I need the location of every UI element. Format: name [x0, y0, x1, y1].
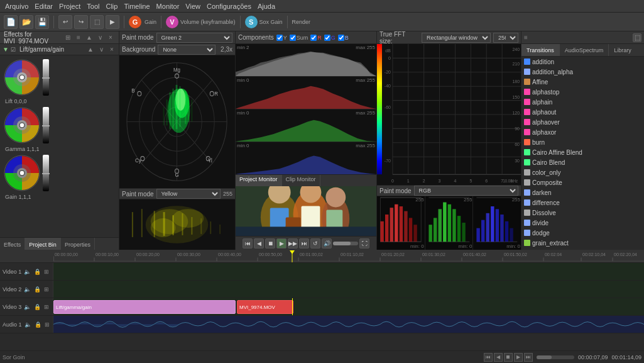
tab-project-monitor[interactable]: Project Monitor [236, 175, 282, 186]
menu-configuracoes[interactable]: Configurações [204, 1, 254, 11]
zoom-slider[interactable] [537, 355, 574, 359]
loop-btn[interactable]: ↺ [310, 238, 320, 249]
layer-icon3[interactable]: × [107, 45, 116, 54]
fullscreen-btn[interactable]: ⛶ [359, 238, 369, 249]
effect-burn[interactable]: burn [521, 137, 644, 147]
comp-b[interactable]: B [338, 35, 349, 41]
menu-arquivo[interactable]: Arquivo [3, 1, 31, 11]
new-button[interactable]: 📄 [4, 15, 18, 29]
status-stop-btn[interactable]: ⏹ [504, 353, 513, 362]
track-v2-content[interactable] [53, 281, 644, 298]
track-a1-mute[interactable]: 🔈 [24, 321, 32, 328]
clip-mvi[interactable]: MVI_9974.MOV [237, 300, 293, 314]
status-next-btn[interactable]: ⏭ [524, 353, 533, 362]
effect-addition[interactable]: addition [521, 57, 644, 67]
gamma-wheel[interactable] [4, 107, 40, 143]
menu-view[interactable]: View [183, 1, 203, 11]
fft-size-select[interactable]: 256 512 1024 [493, 33, 518, 43]
track-v1-lock[interactable]: 🔒 [33, 269, 41, 275]
effect-darken[interactable]: darken [521, 187, 644, 198]
effect-addition-alpha[interactable]: addition_alpha [521, 67, 644, 77]
status-play-btn[interactable]: ▶ [514, 353, 523, 362]
layer-expand[interactable]: ▼ [3, 46, 9, 53]
volume-btn[interactable]: 🔊 [322, 238, 332, 249]
tab-library[interactable]: Library [609, 44, 636, 56]
comp-r[interactable]: R [310, 35, 322, 41]
track-a1-content[interactable] [53, 316, 644, 333]
gain-wheel[interactable] [4, 155, 40, 191]
track-v2-mute[interactable]: 🔈 [23, 286, 31, 293]
track-a1-snap[interactable]: ⊞ [44, 321, 50, 328]
effect-divide[interactable]: divide [521, 218, 644, 228]
track-v1-content[interactable] [53, 263, 644, 280]
track-v1-mute[interactable]: 🔈 [23, 269, 31, 275]
gamma-slider[interactable] [43, 107, 49, 143]
effects-icon5[interactable]: × [106, 33, 115, 42]
status-prev-btn[interactable]: ⏮ [484, 353, 493, 362]
clip-lift-gamma-gain[interactable]: Lift/gamma/gain [53, 300, 236, 314]
background-select[interactable]: None [158, 45, 216, 55]
effect-dodge[interactable]: dodge [521, 228, 644, 238]
effect-alphain[interactable]: alphain [521, 97, 644, 107]
redo-button[interactable]: ↪ [74, 15, 88, 29]
effect-difference[interactable]: difference [521, 198, 644, 208]
menu-editar[interactable]: Editar [32, 1, 55, 11]
tab-clip-monitor[interactable]: Clip Monitor [282, 175, 320, 186]
stop-btn[interactable]: ⏹ [265, 238, 275, 249]
effects-icon4[interactable]: ∨ [96, 33, 104, 42]
paint-mode-select[interactable]: Green 2 Yellow RGB [156, 33, 232, 43]
track-a1-lock[interactable]: 🔒 [34, 321, 42, 328]
track-v3-lock[interactable]: 🔒 [33, 304, 41, 310]
effect-cairo-blend[interactable]: Cairo Blend [521, 157, 644, 167]
rgb-paint-mode-select[interactable]: RGB Green 2 Yellow [414, 186, 518, 196]
effect-composite[interactable]: Composite [521, 177, 644, 187]
menu-timeline[interactable]: Timeline [121, 1, 152, 11]
layer-icon2[interactable]: ∨ [97, 45, 106, 54]
track-v3-content[interactable]: Lift/gamma/gain MVI_9974.MOV [53, 298, 644, 315]
play-btn[interactable]: ▶ [276, 238, 287, 249]
effect-dissolve[interactable]: Dissolve [521, 208, 644, 218]
menu-ajuda[interactable]: Ajuda [255, 1, 278, 11]
effect-grain-extract[interactable]: grain_extract [521, 238, 644, 248]
menu-tool[interactable]: Tool [84, 1, 102, 11]
effect-affine[interactable]: Affine [521, 77, 644, 87]
tab-project-bin[interactable]: Project Bin [25, 238, 61, 250]
something-button[interactable]: ⬚ [90, 15, 104, 29]
effects-icon3[interactable]: ▲ [85, 33, 94, 42]
effect-alphaout[interactable]: alphaout [521, 107, 644, 117]
comp-g[interactable]: G [324, 35, 336, 41]
prev-frame-btn[interactable]: ⏮ [243, 238, 253, 249]
track-v2-lock[interactable]: 🔒 [33, 286, 41, 293]
track-v1-snap[interactable]: ⊞ [43, 269, 50, 275]
undo-button[interactable]: ↩ [58, 15, 72, 29]
gain-slider[interactable] [43, 155, 49, 191]
menu-project[interactable]: Project [57, 1, 83, 11]
effect-alphaxor[interactable]: alphaxor [521, 127, 644, 137]
sox-tool[interactable]: S Sox Gain [245, 16, 283, 28]
paint-mode-yellow-select[interactable]: Yellow Green 2 RGB [156, 189, 221, 199]
next-frame-btn[interactable]: ⏭ [299, 238, 309, 249]
transitions-expand-btn[interactable]: ⬚ [633, 33, 641, 42]
layer-icon1[interactable]: ▲ [86, 45, 95, 54]
track-v2-snap[interactable]: ⊞ [43, 286, 50, 293]
menu-monitor[interactable]: Monitor [154, 1, 182, 11]
play-back-btn[interactable]: ◀ [254, 238, 264, 249]
tab-properties[interactable]: Properties [61, 238, 95, 250]
status-back-btn[interactable]: ◀ [494, 353, 503, 362]
menu-clip[interactable]: Clip [103, 1, 120, 11]
effects-icon1[interactable]: ⊞ [63, 33, 72, 42]
tab-effects[interactable]: Effects [0, 238, 25, 250]
render-small-button[interactable]: ▶ [106, 15, 119, 29]
render-tool[interactable]: Render [292, 19, 311, 25]
volume-slider[interactable] [333, 242, 358, 245]
gain-tool[interactable]: G [129, 16, 141, 28]
track-v3-mute[interactable]: 🔈 [23, 304, 31, 310]
time-ruler[interactable]: 00:00:00,00 00:00:10,00 00:00:20,00 00:0… [53, 250, 644, 262]
tab-transitions[interactable]: Transitions [521, 44, 560, 56]
effect-alphaover[interactable]: alphaover [521, 117, 644, 127]
effects-icon2[interactable]: ≡ [74, 33, 83, 42]
comp-sum[interactable]: Sum [290, 35, 308, 41]
comp-y[interactable]: Y [276, 35, 287, 41]
effect-cairo-affine[interactable]: Cairo Affine Blend [521, 147, 644, 157]
effect-alphastop[interactable]: alphastop [521, 87, 644, 97]
